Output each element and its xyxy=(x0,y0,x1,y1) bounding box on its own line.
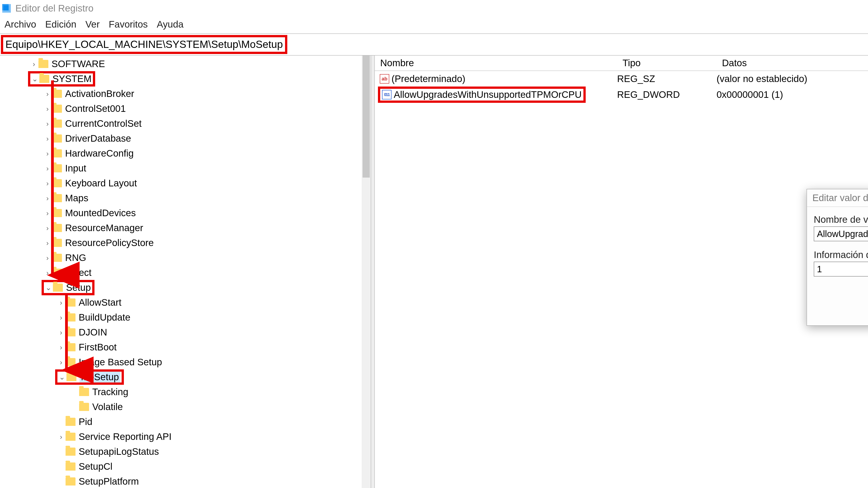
tree-twist-none: · xyxy=(70,403,79,411)
pane-splitter[interactable] xyxy=(371,56,375,488)
address-bar[interactable]: Equipo\HKEY_LOCAL_MACHINE\SYSTEM\Setup\M… xyxy=(1,35,287,54)
chevron-right-icon[interactable]: › xyxy=(29,60,38,68)
tree-item-label: Volatile xyxy=(92,401,123,412)
tree-item-label: Setup xyxy=(66,282,91,293)
value-name-input[interactable] xyxy=(814,226,868,241)
tree-item[interactable]: ›HardwareConfig xyxy=(0,146,371,161)
tree-item[interactable]: ›DriverDatabase xyxy=(0,131,371,146)
folder-icon xyxy=(52,224,62,232)
chevron-right-icon[interactable]: › xyxy=(43,194,52,202)
chevron-right-icon[interactable]: › xyxy=(57,433,66,441)
folder-icon xyxy=(52,209,62,217)
tree-item[interactable]: ›CurrentControlSet xyxy=(0,116,371,131)
value-row[interactable]: 011AllowUpgradesWithUnsupportedTPMOrCPUR… xyxy=(375,87,868,103)
tree-item[interactable]: ›FirstBoot xyxy=(0,340,371,355)
tree-item[interactable]: ›RNG xyxy=(0,250,371,265)
menu-file[interactable]: Archivo xyxy=(4,19,36,30)
tree-item-label: Pid xyxy=(79,416,92,427)
menu-help[interactable]: Ayuda xyxy=(157,19,184,30)
folder-icon xyxy=(52,120,62,128)
chevron-right-icon[interactable]: › xyxy=(43,120,52,128)
tree-twist-none: · xyxy=(57,462,66,471)
tree-item-label: MountedDevices xyxy=(65,207,136,219)
scroll-thumb[interactable] xyxy=(363,56,370,177)
tree-item-label: BuildUpdate xyxy=(79,312,130,323)
col-header-type[interactable]: Tipo xyxy=(622,58,722,68)
tree-item[interactable]: ›ControlSet001 xyxy=(0,101,371,116)
tree-item-label: Keyboard Layout xyxy=(65,178,137,189)
value-data-input[interactable] xyxy=(814,262,868,276)
menu-bar: Archivo Edición Ver Favoritos Ayuda xyxy=(0,17,868,33)
tree-item[interactable]: ·Pid xyxy=(0,414,371,429)
chevron-right-icon[interactable]: › xyxy=(57,358,66,366)
tree-item[interactable]: ›DJOIN xyxy=(0,325,371,340)
chevron-right-icon[interactable]: › xyxy=(43,134,52,143)
tree-item[interactable]: ›Service Reporting API xyxy=(0,429,371,444)
chevron-right-icon[interactable]: › xyxy=(43,254,52,262)
tree-item-software[interactable]: ›SOFTWARE xyxy=(0,57,371,71)
chevron-down-icon[interactable]: ⌄ xyxy=(44,283,53,292)
chevron-down-icon[interactable]: ⌄ xyxy=(57,373,66,381)
tree-item-label: DriverDatabase xyxy=(65,133,131,144)
chevron-right-icon[interactable]: › xyxy=(43,164,52,173)
tree-item[interactable]: ·SetupCl xyxy=(0,459,371,474)
chevron-right-icon[interactable]: › xyxy=(43,239,52,247)
tree-twist-none: · xyxy=(57,477,66,486)
menu-favorites[interactable]: Favoritos xyxy=(109,19,148,30)
tree-item-label: Select xyxy=(65,267,92,278)
menu-view[interactable]: Ver xyxy=(86,19,100,30)
tree-item[interactable]: ›Input xyxy=(0,161,371,176)
folder-icon xyxy=(66,462,75,470)
chevron-right-icon[interactable]: › xyxy=(57,343,66,352)
tree-item[interactable]: ›ResourcePolicyStore xyxy=(0,235,371,250)
tree-item-setup[interactable]: ⌄Setup xyxy=(0,280,371,295)
tree-item-mosetup[interactable]: ⌄MoSetup xyxy=(0,369,371,385)
chevron-right-icon[interactable]: › xyxy=(57,328,66,337)
value-row[interactable]: ab(Predeterminado)REG_SZ(valor no establ… xyxy=(375,71,868,87)
tree-item-label: ActivationBroker xyxy=(65,88,134,99)
tree-item[interactable]: ›ResourceManager xyxy=(0,221,371,235)
tree-scrollbar[interactable]: ▴ xyxy=(362,56,371,488)
folder-icon xyxy=(52,239,62,247)
title-bar: Editor del Registro xyxy=(0,0,868,17)
value-name: AllowUpgradesWithUnsupportedTPMOrCPU xyxy=(394,89,582,100)
tree-item[interactable]: ·Volatile xyxy=(0,399,371,414)
tree-item[interactable]: ›AllowStart xyxy=(0,295,371,310)
chevron-right-icon[interactable]: › xyxy=(57,313,66,322)
tree-item-label: DJOIN xyxy=(79,327,107,338)
col-header-data[interactable]: Datos xyxy=(722,58,868,68)
tree-item[interactable]: ·Tracking xyxy=(0,385,371,399)
tree-item[interactable]: ›ActivationBroker xyxy=(0,86,371,101)
col-header-name[interactable]: Nombre xyxy=(375,58,622,68)
tree-item-label: SetupPlatform xyxy=(79,476,139,487)
chevron-right-icon[interactable]: › xyxy=(43,149,52,158)
tree-item[interactable]: ·SetupapiLogStatus xyxy=(0,444,371,459)
regedit-icon xyxy=(2,4,11,13)
menu-edit[interactable]: Edición xyxy=(45,19,76,30)
folder-icon xyxy=(53,284,63,292)
folder-icon xyxy=(66,477,75,486)
tree-item[interactable]: ›MountedDevices xyxy=(0,205,371,221)
value-type: REG_SZ xyxy=(617,73,717,84)
chevron-down-icon[interactable]: ⌄ xyxy=(30,74,39,83)
tree-item[interactable]: ›BuildUpdate xyxy=(0,310,371,325)
tree-item[interactable]: ›Maps xyxy=(0,191,371,205)
chevron-right-icon[interactable]: › xyxy=(43,209,52,217)
tree-item[interactable]: ›Select xyxy=(0,265,371,280)
tree-item[interactable]: ›Keyboard Layout xyxy=(0,176,371,191)
tree-item-label: Service Reporting API xyxy=(79,431,172,442)
folder-icon xyxy=(52,105,62,113)
chevron-right-icon[interactable]: › xyxy=(43,90,52,98)
chevron-right-icon[interactable]: › xyxy=(43,224,52,232)
chevron-right-icon[interactable]: › xyxy=(57,298,66,307)
tree-item[interactable]: ·SetupPlatform xyxy=(0,474,371,488)
tree-item-system[interactable]: ⌄SYSTEM xyxy=(0,71,371,86)
chevron-right-icon[interactable]: › xyxy=(43,269,52,277)
dialog-titlebar[interactable]: Editar valor de DWORD (32 bits) × xyxy=(807,189,868,207)
tree-item[interactable]: ›Image Based Setup xyxy=(0,355,371,369)
folder-icon xyxy=(52,134,62,142)
folder-icon xyxy=(52,90,62,98)
tree-item-label: ResourceManager xyxy=(65,223,143,233)
chevron-right-icon[interactable]: › xyxy=(43,105,52,113)
chevron-right-icon[interactable]: › xyxy=(43,179,52,188)
